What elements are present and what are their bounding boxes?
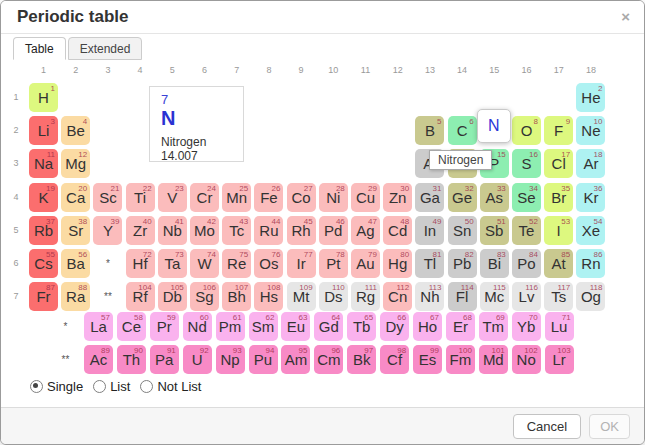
element-cell-Tc[interactable]: 43Tc (222, 216, 251, 245)
element-cell-Pm[interactable]: 61Pm (216, 312, 245, 341)
element-cell-Ne[interactable]: 10Ne (576, 116, 605, 145)
element-cell-Ta[interactable]: 73Ta (158, 249, 187, 278)
element-cell-In[interactable]: 49In (415, 216, 444, 245)
option-label[interactable]: Not List (157, 379, 201, 394)
radio-icon[interactable] (140, 380, 153, 393)
element-cell-Er[interactable]: 68Er (446, 312, 475, 341)
close-icon[interactable]: × (621, 8, 630, 25)
element-cell-Co[interactable]: 27Co (287, 183, 316, 212)
element-cell-Sm[interactable]: 62Sm (249, 312, 278, 341)
element-cell-Rn[interactable]: 86Rn (576, 249, 605, 278)
element-cell-Rg[interactable]: 111Rg (351, 282, 380, 311)
element-cell-Es[interactable]: 99Es (413, 345, 442, 374)
element-cell-Sc[interactable]: 21Sc (93, 183, 122, 212)
element-cell-Pu[interactable]: 94Pu (249, 345, 278, 374)
element-cell-I[interactable]: 53I (544, 216, 573, 245)
element-cell-Be[interactable]: 4Be (61, 116, 90, 145)
element-cell-K[interactable]: 19K (29, 183, 58, 212)
element-cell-As[interactable]: 33As (480, 183, 509, 212)
element-cell-Rf[interactable]: 104Rf (126, 282, 155, 311)
tab-table[interactable]: Table (13, 37, 66, 60)
element-cell-W[interactable]: 74W (190, 249, 219, 278)
tab-extended[interactable]: Extended (68, 37, 143, 60)
element-cell-Mo[interactable]: 42Mo (190, 216, 219, 245)
element-cell-Ce[interactable]: 58Ce (117, 312, 146, 341)
element-cell-Sg[interactable]: 106Sg (190, 282, 219, 311)
element-cell-Cr[interactable]: 24Cr (190, 183, 219, 212)
element-cell-Ru[interactable]: 44Ru (254, 216, 283, 245)
element-cell-Se[interactable]: 34Se (512, 183, 541, 212)
element-cell-Mc[interactable]: 115Mc (480, 282, 509, 311)
element-cell-Ds[interactable]: 110Ds (319, 282, 348, 311)
option-not-list[interactable]: Not List (140, 379, 201, 394)
element-cell-Zn[interactable]: 30Zn (383, 183, 412, 212)
element-cell-Md[interactable]: 101Md (479, 345, 508, 374)
element-cell-Nd[interactable]: 60Nd (183, 312, 212, 341)
element-cell-Th[interactable]: 90Th (117, 345, 146, 374)
element-cell-Ca[interactable]: 20Ca (61, 183, 90, 212)
element-cell-Au[interactable]: 79Au (351, 249, 380, 278)
element-cell-La[interactable]: 57La (84, 312, 113, 341)
option-label[interactable]: Single (47, 379, 83, 394)
element-cell-Fm[interactable]: 100Fm (446, 345, 475, 374)
element-cell-Te[interactable]: 52Te (512, 216, 541, 245)
element-cell-Rh[interactable]: 45Rh (287, 216, 316, 245)
element-cell-Fr[interactable]: 87Fr (29, 282, 58, 311)
element-cell-Ti[interactable]: 22Ti (126, 183, 155, 212)
element-cell-Pb[interactable]: 82Pb (448, 249, 477, 278)
element-cell-Cm[interactable]: 96Cm (314, 345, 343, 374)
element-cell-Re[interactable]: 75Re (222, 249, 251, 278)
element-cell-Mg[interactable]: 12Mg (61, 149, 90, 178)
element-cell-Ga[interactable]: 31Ga (415, 183, 444, 212)
radio-icon[interactable] (30, 380, 43, 393)
element-cell-Sr[interactable]: 38Sr (61, 216, 90, 245)
element-cell-Sn[interactable]: 50Sn (448, 216, 477, 245)
element-cell-H[interactable]: 1H (29, 83, 58, 112)
element-cell-Sb[interactable]: 51Sb (480, 216, 509, 245)
element-cell-Mn[interactable]: 25Mn (222, 183, 251, 212)
element-cell-Kr[interactable]: 36Kr (576, 183, 605, 212)
element-cell-Cl[interactable]: 17Cl (544, 149, 573, 178)
element-cell-Cn[interactable]: 112Cn (383, 282, 412, 311)
element-cell-Tb[interactable]: 65Tb (347, 312, 376, 341)
element-cell-Ra[interactable]: 88Ra (61, 282, 90, 311)
element-cell-Cs[interactable]: 55Cs (29, 249, 58, 278)
element-cell-Eu[interactable]: 63Eu (281, 312, 310, 341)
element-cell-Pr[interactable]: 59Pr (150, 312, 179, 341)
element-cell-Po[interactable]: 84Po (512, 249, 541, 278)
element-cell-C[interactable]: 6C (448, 116, 477, 145)
element-cell-V[interactable]: 23V (158, 183, 187, 212)
element-cell-N[interactable]: N (477, 109, 511, 143)
element-cell-Zr[interactable]: 40Zr (126, 216, 155, 245)
element-cell-Ac[interactable]: 89Ac (84, 345, 113, 374)
element-cell-Np[interactable]: 93Np (216, 345, 245, 374)
element-cell-Y[interactable]: 39Y (93, 216, 122, 245)
element-cell-Cf[interactable]: 98Cf (380, 345, 409, 374)
element-cell-O[interactable]: 8O (512, 116, 541, 145)
element-cell-Bh[interactable]: 107Bh (222, 282, 251, 311)
element-cell-B[interactable]: 5B (415, 116, 444, 145)
element-cell-Lv[interactable]: 116Lv (512, 282, 541, 311)
element-cell-Os[interactable]: 76Os (254, 249, 283, 278)
element-cell-Ni[interactable]: 28Ni (319, 183, 348, 212)
element-cell-S[interactable]: 16S (512, 149, 541, 178)
element-cell-Fe[interactable]: 26Fe (254, 183, 283, 212)
element-cell-Ts[interactable]: 117Ts (544, 282, 573, 311)
element-cell-Ho[interactable]: 67Ho (413, 312, 442, 341)
option-list[interactable]: List (93, 379, 130, 394)
element-cell-Tm[interactable]: 69Tm (479, 312, 508, 341)
element-cell-Br[interactable]: 35Br (544, 183, 573, 212)
element-cell-No[interactable]: 102No (512, 345, 541, 374)
element-cell-U[interactable]: 92U (183, 345, 212, 374)
element-cell-Ge[interactable]: 32Ge (448, 183, 477, 212)
element-cell-F[interactable]: 9F (544, 116, 573, 145)
element-cell-Na[interactable]: 11Na (29, 149, 58, 178)
element-cell-Lu[interactable]: 71Lu (545, 312, 574, 341)
element-cell-Ar[interactable]: 18Ar (576, 149, 605, 178)
element-cell-Mt[interactable]: 109Mt (287, 282, 316, 311)
element-cell-Rb[interactable]: 37Rb (29, 216, 58, 245)
element-cell-Lr[interactable]: 103Lr (545, 345, 574, 374)
element-cell-Hs[interactable]: 108Hs (254, 282, 283, 311)
cancel-button[interactable]: Cancel (513, 414, 581, 439)
radio-icon[interactable] (93, 380, 106, 393)
